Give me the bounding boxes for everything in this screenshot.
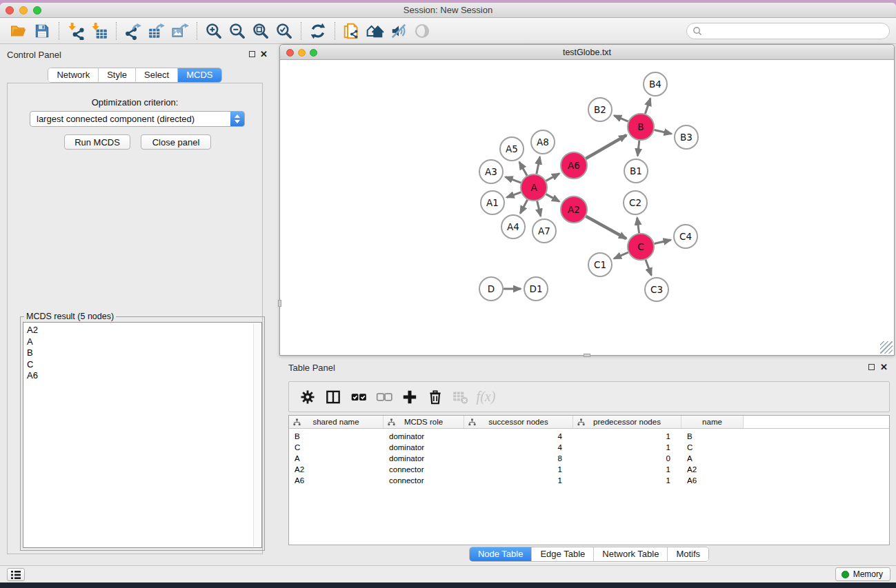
frame-edge-handle[interactable] — [278, 300, 281, 307]
table-row[interactable]: Bdominator41B — [289, 431, 889, 442]
task-history-button[interactable] — [7, 568, 25, 581]
import-network-icon[interactable] — [64, 21, 88, 41]
cell[interactable]: A — [681, 454, 744, 463]
cell[interactable]: 1 — [573, 443, 681, 452]
graph-edge-B-B4[interactable] — [645, 99, 650, 114]
mcds-result-item[interactable]: C — [27, 359, 261, 371]
close-table-panel-icon[interactable]: ✕ — [880, 364, 888, 371]
zoom-selected-icon[interactable] — [272, 21, 296, 41]
open-session-icon[interactable] — [7, 21, 30, 41]
graph-edge-A-A7[interactable] — [537, 201, 541, 216]
float-panel-icon[interactable] — [249, 51, 255, 57]
column-header-shared-name[interactable]: shared name — [289, 416, 384, 428]
export-image-icon[interactable] — [168, 21, 192, 41]
cell[interactable]: 8 — [464, 454, 573, 463]
mcds-result-item[interactable]: A6 — [27, 370, 261, 382]
zoom-in-icon[interactable] — [202, 21, 226, 41]
column-header-MCDS-role[interactable]: MCDS role — [384, 416, 464, 428]
search-input[interactable] — [702, 25, 889, 37]
tab-select[interactable]: Select — [136, 68, 178, 82]
tab-network-table[interactable]: Network Table — [594, 547, 668, 561]
add-column-icon[interactable] — [397, 385, 422, 409]
table-row[interactable]: A2connector11A2 — [289, 464, 889, 475]
tab-edge-table[interactable]: Edge Table — [532, 547, 594, 561]
import-table-icon[interactable] — [88, 21, 111, 41]
column-header-name[interactable]: name — [681, 416, 744, 428]
cell[interactable]: 1 — [464, 465, 573, 474]
select-all-icon[interactable] — [346, 385, 371, 409]
graph-edge-A-A8[interactable] — [537, 157, 540, 174]
cell[interactable]: 1 — [573, 432, 681, 440]
save-session-icon[interactable] — [30, 21, 54, 41]
graph-edge-C-C2[interactable] — [637, 218, 639, 233]
tab-node-table[interactable]: Node Table — [470, 547, 532, 561]
graph-edge-C-C3[interactable] — [646, 260, 651, 276]
split-columns-icon[interactable] — [320, 385, 346, 409]
close-panel-button[interactable]: Close panel — [141, 134, 211, 150]
tab-mcds[interactable]: MCDS — [178, 68, 221, 82]
cell[interactable]: 1 — [573, 476, 681, 485]
graph-edge-A-A6[interactable] — [546, 174, 559, 181]
cell[interactable]: C — [681, 443, 744, 452]
cell[interactable]: 1 — [573, 465, 681, 474]
search-box[interactable] — [686, 23, 890, 39]
cell[interactable]: B — [681, 432, 744, 440]
graph-edge-B-B2[interactable] — [614, 116, 628, 122]
zoom-fit-icon[interactable] — [249, 21, 272, 41]
cell[interactable]: connector — [384, 476, 464, 485]
graph-edge-A-A2[interactable] — [546, 194, 559, 202]
cell[interactable]: 1 — [464, 476, 573, 485]
column-header-successor-nodes[interactable]: successor nodes — [464, 416, 573, 428]
mcds-result-item[interactable]: B — [27, 347, 261, 359]
home-icon[interactable] — [364, 21, 387, 41]
deselect-all-icon[interactable] — [371, 385, 397, 409]
cell[interactable]: 4 — [464, 443, 573, 452]
cell[interactable]: connector — [384, 465, 464, 474]
resize-grip-icon[interactable] — [880, 341, 893, 354]
float-table-panel-icon[interactable] — [868, 364, 875, 370]
cell[interactable]: A2 — [681, 465, 744, 474]
memory-button[interactable]: Memory — [835, 567, 890, 581]
cell[interactable]: A2 — [289, 465, 384, 474]
graph-edge-A6-B[interactable] — [586, 135, 626, 159]
frame-edge-handle[interactable] — [584, 354, 590, 357]
column-header-predecessor-nodes[interactable]: predecessor nodes — [573, 416, 681, 428]
export-table-icon[interactable] — [145, 21, 168, 41]
cell[interactable]: A6 — [681, 476, 744, 485]
node-table[interactable]: shared name MCDS role successor nodes pr… — [288, 415, 890, 545]
mcds-result-list[interactable]: A2ABCA6 — [23, 322, 262, 548]
export-network-icon[interactable] — [121, 21, 145, 41]
table-row[interactable]: Cdominator41C — [289, 442, 889, 453]
cell[interactable]: 0 — [573, 454, 681, 463]
graph-edge-C-C1[interactable] — [614, 252, 628, 258]
cell[interactable]: B — [289, 432, 384, 440]
scrollbar-track[interactable] — [253, 323, 261, 547]
cell[interactable]: 4 — [464, 432, 573, 440]
cell[interactable]: A — [289, 454, 384, 463]
graphics-details-icon[interactable] — [387, 21, 410, 41]
zoom-out-icon[interactable] — [226, 21, 249, 41]
graph-edge-B-B3[interactable] — [655, 130, 672, 134]
graph-edge-A-A1[interactable] — [507, 192, 521, 198]
tab-style[interactable]: Style — [99, 68, 136, 82]
clone-network-icon[interactable] — [340, 21, 364, 41]
network-canvas[interactable]: B4B2BB3A5A8A6A3B1AA1C2A2A4A7C4CC1C3DD1 — [281, 61, 894, 355]
mcds-result-item[interactable]: A2 — [27, 325, 261, 336]
tab-network[interactable]: Network — [48, 68, 99, 82]
graph-edge-B-B1[interactable] — [637, 141, 639, 156]
table-row[interactable]: A6connector11A6 — [289, 475, 889, 486]
graph-edge-C-C4[interactable] — [654, 240, 670, 244]
graph-edge-A2-C[interactable] — [586, 216, 626, 239]
table-row[interactable]: Adominator80A — [289, 453, 889, 464]
graph-edge-A-A3[interactable] — [506, 177, 521, 183]
cell[interactable]: dominator — [384, 454, 464, 463]
mcds-result-item[interactable]: A — [27, 336, 261, 348]
optimization-criterion-dropdown[interactable]: largest connected component (directed) — [30, 111, 245, 127]
run-mcds-button[interactable]: Run MCDS — [64, 134, 130, 150]
tab-motifs[interactable]: Motifs — [668, 547, 708, 561]
cell[interactable]: A6 — [289, 476, 384, 485]
cell[interactable]: dominator — [384, 443, 464, 452]
close-panel-icon[interactable]: ✕ — [260, 51, 268, 58]
network-window-titlebar[interactable]: testGlobe.txt — [280, 45, 894, 60]
refresh-icon[interactable] — [306, 21, 330, 41]
